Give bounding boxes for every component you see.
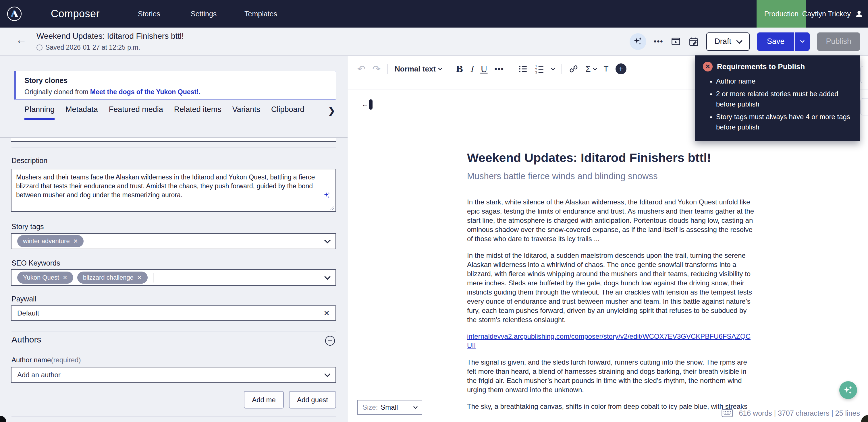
add-author-select[interactable]: Add an author — [11, 367, 336, 383]
save-options-button[interactable] — [794, 32, 810, 51]
chevron-down-icon[interactable] — [324, 371, 331, 378]
italic-button[interactable]: I — [470, 64, 473, 74]
save-split-button: Save — [757, 32, 810, 51]
calendar-edit-icon — [688, 36, 699, 47]
sigma-icon: Σ — [585, 64, 591, 74]
add-guest-button[interactable]: Add guest — [289, 391, 336, 409]
tab-metadata[interactable]: Metadata — [65, 105, 98, 120]
article-link[interactable]: internaldevva2.arcpublishing.com/compose… — [467, 332, 754, 350]
requirements-title: Requirements to Publish — [717, 62, 805, 71]
undo-button[interactable]: ↶ — [357, 63, 366, 75]
status-dropdown[interactable]: Draft — [706, 32, 750, 51]
seo-keywords-label: SEO Keywords — [11, 259, 60, 267]
size-dropdown[interactable]: Size: Small — [357, 400, 422, 415]
story-tags-input[interactable]: winter adventure ✕ — [11, 233, 336, 249]
chevron-down-icon — [593, 66, 597, 70]
saved-status: Saved 2026-01-27 at 12:25 p.m. — [36, 44, 140, 52]
save-button[interactable]: Save — [757, 32, 795, 51]
description-label: Description — [11, 157, 48, 165]
remove-tag-icon[interactable]: ✕ — [73, 238, 78, 245]
toolbar-separator — [448, 64, 449, 74]
bullet-list-button[interactable] — [518, 64, 528, 74]
required-hint: (required) — [51, 356, 81, 364]
save-label: Save — [767, 37, 785, 46]
schedule-button[interactable] — [688, 36, 699, 47]
tabs-overflow-button[interactable]: ❯ — [328, 106, 335, 116]
ai-sparkle-icon[interactable] — [323, 192, 331, 201]
clear-icon[interactable]: ✕ — [323, 309, 330, 318]
description-value: Mushers and their teams face the Alaskan… — [16, 173, 315, 199]
chevron-down-icon[interactable] — [324, 237, 331, 244]
insert-element-button[interactable]: + — [616, 63, 626, 74]
article-subtitle[interactable]: Mushers battle fierce winds and blinding… — [467, 172, 754, 181]
arc-logo-icon[interactable] — [5, 4, 24, 24]
tab-variants[interactable]: Variants — [232, 105, 260, 120]
article-paragraph[interactable]: In the midst of the Iditarod, a sudden m… — [467, 251, 754, 324]
more-actions-button[interactable]: ••• — [654, 37, 663, 46]
tab-featured-media[interactable]: Featured media — [109, 105, 163, 120]
paragraph-style-dropdown[interactable]: Normal text — [395, 65, 442, 73]
article-body[interactable]: Weekend Updates: Iditarod Finishers bttl… — [467, 151, 754, 411]
remove-keyword-icon[interactable]: ✕ — [137, 274, 142, 281]
user-menu[interactable]: Caytlyn Trickey — [802, 0, 863, 28]
x-glyph: ✕ — [705, 63, 710, 70]
redo-button[interactable]: ↷ — [373, 63, 381, 75]
hidden-panel-field-fragment — [860, 66, 868, 83]
composer-app: Composer Stories Settings Templates Prod… — [0, 0, 868, 422]
nav-settings[interactable]: Settings — [191, 0, 217, 28]
requirements-to-publish-popup: ✕ Requirements to Publish Author name 2 … — [695, 56, 860, 141]
svg-text:3: 3 — [535, 71, 537, 74]
nav-templates[interactable]: Templates — [244, 0, 277, 28]
ai-assistant-button[interactable] — [629, 33, 646, 50]
add-me-button[interactable]: Add me — [244, 391, 284, 409]
publish-button[interactable]: Publish — [817, 32, 860, 51]
keyword-pill: Yukon Quest ✕ — [17, 271, 73, 284]
cloned-from-link[interactable]: Meet the dogs of the Yukon Quest!. — [90, 88, 200, 96]
seo-keywords-input[interactable]: Yukon Quest ✕ blizzard challenge ✕ — [11, 269, 336, 286]
truncated-field[interactable] — [11, 138, 336, 142]
add-guest-label: Add guest — [297, 396, 328, 404]
list-options-chevron[interactable] — [551, 66, 556, 70]
size-value: Small — [380, 403, 398, 411]
chevron-down-icon[interactable] — [324, 273, 331, 280]
hidden-panel-field-fragment — [860, 98, 868, 116]
divider — [11, 148, 336, 148]
text-format-button[interactable]: T — [603, 64, 608, 73]
keyboard-icon[interactable] — [721, 409, 733, 417]
paywall-select[interactable]: Default ✕ — [11, 305, 336, 321]
publish-label: Publish — [826, 37, 851, 46]
chevron-down-icon — [800, 38, 805, 43]
back-button[interactable]: ← — [16, 34, 27, 45]
formula-dropdown[interactable]: Σ — [585, 64, 597, 74]
numbered-list-button[interactable]: 1 2 3 — [535, 64, 545, 74]
underline-button[interactable]: U — [480, 64, 488, 74]
ai-fab-button[interactable] — [839, 381, 857, 399]
requirement-item: Story tags must always have 4 or more ta… — [716, 112, 852, 132]
cloned-from-text: Originally cloned from — [24, 88, 90, 96]
saved-text: Saved 2026-01-27 at 12:25 p.m. — [45, 44, 140, 52]
article-paragraph[interactable]: The signal is given, and the sleds lurch… — [467, 358, 754, 394]
article-paragraph[interactable]: The sky, a breathtaking canvas, shifts i… — [467, 402, 754, 411]
collapse-section-icon[interactable] — [325, 336, 335, 346]
more-formatting-button[interactable]: ••• — [495, 65, 504, 73]
chevron-down-icon — [413, 404, 418, 409]
description-textarea[interactable]: Mushers and their teams face the Alaskan… — [11, 169, 336, 212]
nav-stories[interactable]: Stories — [138, 0, 160, 28]
saved-circle-icon — [36, 44, 42, 51]
author-placeholder: Add an author — [17, 371, 61, 379]
remove-keyword-icon[interactable]: ✕ — [63, 274, 67, 281]
preview-button[interactable] — [671, 36, 681, 47]
environment-badge[interactable]: Production — [756, 0, 806, 28]
marker-arrow-icon: ← — [362, 100, 369, 108]
tab-related-items[interactable]: Related items — [174, 105, 221, 120]
article-title[interactable]: Weekend Updates: Iditarod Finishers bttl… — [467, 151, 754, 165]
tab-clipboard[interactable]: Clipboard — [271, 105, 305, 120]
size-label: Size: — [363, 403, 378, 411]
resize-handle[interactable] — [330, 205, 334, 210]
sparkles-icon — [633, 37, 643, 46]
bold-button[interactable]: B — [456, 64, 463, 74]
numbered-list-icon: 1 2 3 — [535, 64, 545, 74]
article-paragraph[interactable]: In the stark, white silence of the Alask… — [467, 197, 754, 244]
link-button[interactable] — [569, 64, 579, 74]
tab-planning[interactable]: Planning — [24, 105, 55, 120]
